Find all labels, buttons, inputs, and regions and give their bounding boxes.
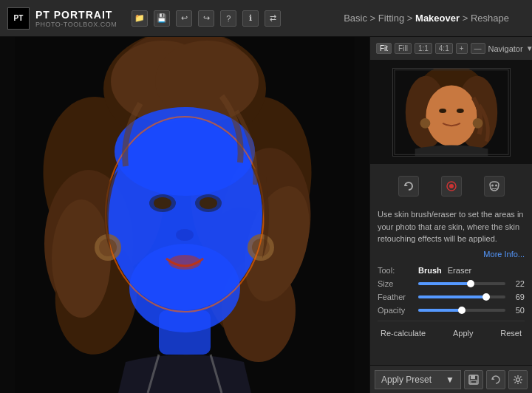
zoom-in-button[interactable]: + [456,43,468,54]
breadcrumb-sep1: > [370,13,378,24]
reset-button[interactable]: Reset [497,327,525,339]
settings-button[interactable]: ⇄ [265,10,281,27]
svg-point-34 [439,109,446,113]
zoom-out-button[interactable]: — [471,43,485,54]
size-slider-container: 22 [418,279,525,288]
feather-label: Feather [378,293,418,301]
save-preset-icon [468,375,479,385]
tool-selector-row: Tool: Brush Eraser [378,266,525,275]
svg-point-37 [472,117,482,128]
recalculate-button[interactable]: Re-calculate [378,327,429,339]
preset-bar: Apply Preset ▼ [370,365,532,393]
action-row: Re-calculate Apply Reset [378,327,525,339]
opacity-slider-track[interactable] [418,309,505,312]
svg-point-41 [449,184,454,188]
feather-slider-thumb[interactable] [482,293,490,301]
eye-tool-button[interactable] [441,176,462,196]
logo-text: PT PORTRAIT PHOTO-TOOLBOX.COM [35,9,117,28]
tool-label: Tool: [378,266,418,275]
svg-point-35 [456,109,463,113]
refresh-icon [491,375,501,385]
opacity-label: Opacity [378,306,418,315]
svg-point-36 [420,117,430,128]
feather-slider-track[interactable] [418,295,505,298]
app-title: PT PORTRAIT [35,9,117,21]
zoom-fill-button[interactable]: Fill [395,43,412,54]
breadcrumb-basic[interactable]: Basic [344,13,367,24]
opacity-slider-container: 50 [418,306,525,315]
preset-dropdown[interactable]: Apply Preset ▼ [375,370,461,389]
redo-button[interactable]: ↪ [198,10,214,27]
breadcrumb: Basic > Fitting > Makeover > Reshape [328,13,525,24]
zoom-fit-button[interactable]: Fit [376,43,392,54]
size-value: 22 [510,279,525,288]
save-preset-button[interactable] [464,370,483,389]
opacity-value: 50 [510,306,525,315]
svg-point-22 [176,229,194,241]
breadcrumb-sep3: > [463,13,471,24]
thumbnail-image [393,68,510,157]
navigator-dropdown-button[interactable]: ▼ [526,44,532,52]
breadcrumb-sep2: > [407,13,415,24]
undo-button[interactable]: ↩ [176,10,192,27]
logo-area: PT PT PORTRAIT PHOTO-TOOLBOX.COM [7,7,117,30]
size-slider-track[interactable] [418,282,505,285]
breadcrumb-reshape[interactable]: Reshape [471,13,509,24]
feather-slider-fill [418,295,486,298]
gear-button[interactable] [508,370,528,389]
zoom-1to1-button[interactable]: 1:1 [415,43,432,54]
feather-slider-container: 69 [418,293,525,301]
gear-icon [513,375,523,385]
svg-rect-45 [471,375,475,379]
svg-point-33 [426,85,477,146]
toolbar-icons: 📁 💾 ↩ ↪ ? ℹ ⇄ [132,10,328,27]
logo-box: PT [7,7,30,30]
svg-point-42 [491,185,494,187]
undo-tool-button[interactable] [398,176,419,196]
toolbar: PT PT PORTRAIT PHOTO-TOOLBOX.COM 📁 💾 ↩ ↪… [0,0,532,37]
apply-button[interactable]: Apply [450,327,477,339]
preset-dropdown-arrow: ▼ [446,375,454,385]
opacity-slider-fill [418,309,462,312]
navigator-thumbnail [370,61,532,164]
opacity-slider-thumb[interactable] [458,307,466,314]
main-image [0,37,369,393]
size-slider-fill [418,282,471,285]
svg-point-19 [154,197,171,209]
feather-value: 69 [510,293,525,301]
svg-point-43 [495,185,497,187]
open-folder-button[interactable]: 📁 [132,10,148,27]
breadcrumb-fitting[interactable]: Fitting [378,13,404,24]
app-subtitle: PHOTO-TOOLBOX.COM [35,21,117,28]
image-panel[interactable]: ◀ [0,37,369,393]
refresh-button[interactable] [486,370,505,389]
breadcrumb-makeover[interactable]: Makeover [415,13,460,24]
svg-point-48 [516,377,520,381]
svg-point-21 [200,197,217,209]
thumb-inner [392,68,511,157]
navigator-bar: Fit Fill 1:1 4:1 + — Navigator ▼ [370,37,532,61]
portrait-image [15,37,355,393]
navigator-label: Navigator [488,44,523,53]
brush-option[interactable]: Brush [418,266,442,275]
size-row: Size 22 [378,279,525,288]
divider [378,321,525,321]
save-button[interactable]: 💾 [154,10,170,27]
right-panel: Fit Fill 1:1 4:1 + — Navigator ▼ [369,37,532,393]
tool-icons-row [378,171,525,201]
mask-tool-button[interactable] [484,176,505,196]
logo-initials: PT [14,14,24,22]
svg-rect-17 [159,310,211,355]
preset-dropdown-label: Apply Preset [381,375,432,385]
feather-row: Feather 69 [378,293,525,301]
eraser-option[interactable]: Eraser [448,266,471,275]
zoom-4to1-button[interactable]: 4:1 [435,43,453,54]
main-layout: ◀ [0,37,532,393]
more-info-link[interactable]: More Info... [378,250,525,259]
help-button[interactable]: ? [220,10,236,27]
size-slider-thumb[interactable] [467,280,474,287]
svg-rect-46 [471,380,477,383]
info-button[interactable]: ℹ [242,10,259,27]
info-text: Use skin brush/eraser to set the areas i… [378,208,525,245]
tools-section: Use skin brush/eraser to set the areas i… [370,164,532,365]
